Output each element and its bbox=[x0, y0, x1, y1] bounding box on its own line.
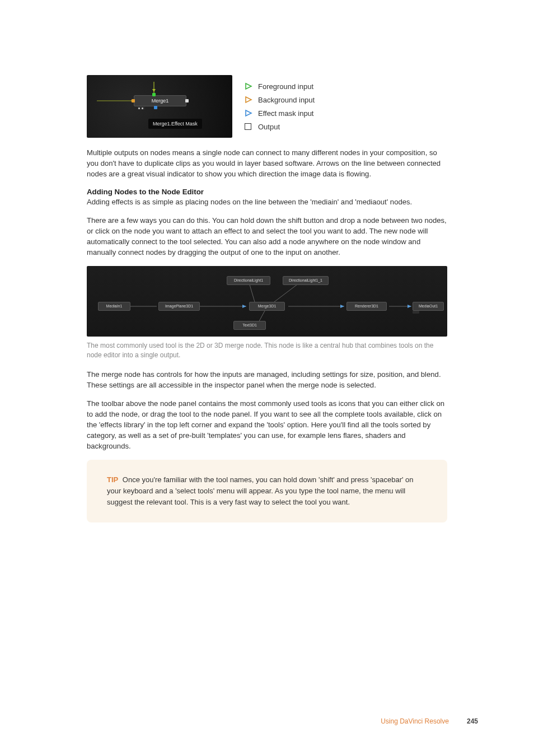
paragraph: Multiple outputs on nodes means a single… bbox=[87, 148, 447, 180]
svg-marker-8 bbox=[242, 305, 246, 308]
mask-input-dot bbox=[154, 106, 157, 109]
svg-line-2 bbox=[249, 283, 255, 302]
merge-node-label: Merge1 bbox=[152, 98, 169, 104]
paragraph: Adding effects is as simple as placing n… bbox=[87, 197, 447, 208]
tip-text: Once you're familiar with the tool names… bbox=[107, 475, 414, 506]
square-icon bbox=[245, 123, 251, 130]
heading-adding-nodes: Adding Nodes to the Node Editor bbox=[87, 188, 447, 196]
node-handle-icon bbox=[137, 106, 145, 110]
footer-page-number: 245 bbox=[467, 717, 478, 725]
legend-label: Foreground input bbox=[258, 82, 313, 91]
legend: Foreground input Background input Effect… bbox=[245, 82, 315, 131]
page-footer: Using DaVinci Resolve 245 bbox=[381, 717, 478, 725]
output-dot bbox=[185, 99, 189, 102]
tooltip: Merge1.Effect Mask bbox=[148, 119, 202, 129]
paragraph: The toolbar above the node panel contain… bbox=[87, 399, 447, 452]
legend-row-effectmask: Effect mask input bbox=[245, 109, 315, 118]
tip-callout: TIP Once you're familiar with the tool n… bbox=[87, 460, 447, 522]
svg-marker-10 bbox=[407, 305, 411, 308]
figure-merge-node-legend: Merge1 Merge1.Effect Mask Foreground inp… bbox=[87, 75, 447, 138]
svg-marker-9 bbox=[340, 305, 344, 308]
bg-input-dot bbox=[132, 99, 135, 102]
node-renderer3d: Renderer3D1 bbox=[346, 302, 387, 311]
paragraph: There are a few ways you can do this. Yo… bbox=[87, 216, 447, 258]
node-handle-icon bbox=[413, 311, 419, 314]
figure-node-graph: DirectionalLight1 DirectionalLight1_1 Me… bbox=[87, 266, 447, 337]
svg-line-3 bbox=[274, 283, 299, 302]
node-text3d: Text3D1 bbox=[233, 321, 266, 330]
tip-label: TIP bbox=[107, 475, 118, 484]
page: Merge1 Merge1.Effect Mask Foreground inp… bbox=[0, 0, 534, 756]
footer-section: Using DaVinci Resolve bbox=[381, 717, 449, 725]
legend-label: Background input bbox=[258, 96, 315, 104]
legend-row-background: Background input bbox=[245, 96, 315, 104]
triangle-blue-icon bbox=[245, 109, 251, 117]
fg-input-dot bbox=[152, 93, 156, 96]
node-merge3d: Merge3D1 bbox=[249, 302, 285, 311]
legend-label: Output bbox=[258, 123, 280, 131]
legend-label: Effect mask input bbox=[258, 109, 313, 118]
legend-row-output: Output bbox=[245, 123, 315, 131]
paragraph: The merge node has controls for how the … bbox=[87, 370, 447, 391]
figure-caption: The most commonly used tool is the 2D or… bbox=[87, 341, 447, 361]
node-directional-light-2: DirectionalLight1_1 bbox=[283, 276, 329, 285]
triangle-green-icon bbox=[245, 82, 251, 90]
triangle-orange-icon bbox=[245, 96, 251, 104]
node-mediaout: MediaOut1 bbox=[413, 302, 444, 311]
node-imageplane3d: ImagePlane3D1 bbox=[158, 302, 200, 311]
node-mediain: MediaIn1 bbox=[98, 302, 130, 311]
node-diagram: Merge1 Merge1.Effect Mask bbox=[87, 75, 232, 138]
legend-row-foreground: Foreground input bbox=[245, 82, 315, 91]
merge-node: Merge1 bbox=[134, 95, 186, 106]
node-directional-light-1: DirectionalLight1 bbox=[227, 276, 270, 285]
